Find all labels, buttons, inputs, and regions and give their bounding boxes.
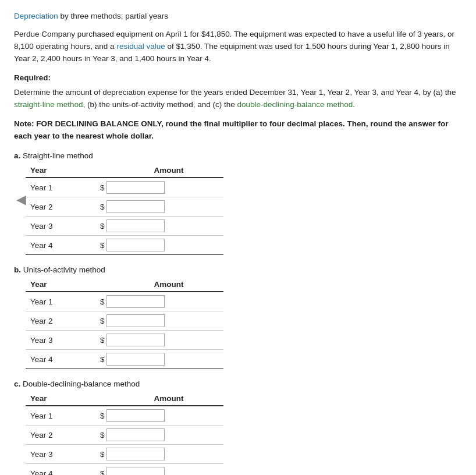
table-row: Year 3 $ — [26, 331, 223, 350]
section-a-year2-input[interactable] — [106, 200, 165, 213]
table-row: Year 2 $ — [26, 311, 223, 331]
slm-link[interactable]: straight-line method — [14, 100, 83, 109]
table-row: Year 1 $ — [26, 292, 223, 311]
table-row: Year 3 $ — [26, 217, 223, 236]
section-c-letter: c. — [14, 380, 20, 388]
determine-text2: , (b) the units-of-activity method, and … — [83, 100, 237, 109]
section-a-col-year: Year — [26, 164, 95, 178]
section-a-year2-amount-cell: $ — [95, 197, 223, 217]
determine-text3: . — [353, 100, 355, 109]
section-a-year3-input[interactable] — [106, 219, 165, 232]
table-row: Year 2 $ — [26, 197, 223, 217]
dollar-sign-a4: $ — [100, 241, 105, 250]
dollar-sign-c4: $ — [100, 469, 105, 475]
section-b-year4-label: Year 4 — [26, 350, 95, 369]
description: Perdue Company purchased equipment on Ap… — [14, 29, 462, 65]
section-a-letter: a. — [14, 151, 20, 160]
section-b-year2-input[interactable] — [106, 314, 165, 327]
table-row: Year 4 $ — [26, 350, 223, 369]
dollar-sign-c3: $ — [100, 450, 105, 459]
section-b-col-amount: Amount — [95, 278, 223, 292]
section-b-year3-amount-cell: $ — [95, 331, 223, 350]
section-a-year2-label: Year 2 — [26, 197, 95, 217]
determine-text: Determine the amount of depreciation exp… — [14, 87, 462, 111]
section-c-year1-amount-cell: $ — [95, 406, 223, 426]
nav-arrow-left[interactable]: ◀ — [16, 192, 26, 207]
section-b-year4-amount-cell: $ — [95, 350, 223, 369]
section-c-table: Year Amount Year 1 $ Year 2 $ — [26, 392, 223, 475]
table-row: Year 4 $ — [26, 236, 223, 255]
table-row: Year 1 $ — [26, 406, 223, 426]
table-row: Year 4 $ — [26, 464, 223, 475]
dollar-sign-c2: $ — [100, 431, 105, 439]
section-a-year3-amount-cell: $ — [95, 217, 223, 236]
dollar-sign-a3: $ — [100, 222, 105, 231]
section-a-year3-label: Year 3 — [26, 217, 95, 236]
section-c-year1-label: Year 1 — [26, 406, 95, 426]
section-b-year4-input[interactable] — [106, 353, 165, 366]
table-row: Year 3 $ — [26, 445, 223, 464]
section-c-label: c. Double-declining-balance method — [14, 380, 462, 388]
dollar-sign-a2: $ — [100, 203, 105, 211]
note-text: Note: FOR DECLINING BALANCE ONLY, round … — [14, 118, 462, 143]
section-a-label: a. Straight-line method — [14, 151, 462, 160]
section-b-year1-input[interactable] — [106, 295, 165, 308]
section-c-year2-amount-cell: $ — [95, 426, 223, 445]
depreciation-link[interactable]: Depreciation — [14, 12, 58, 20]
section-a-year4-input[interactable] — [106, 239, 165, 251]
section-b-method-text: Units-of-activity method — [23, 265, 105, 274]
section-a-year4-label: Year 4 — [26, 236, 95, 255]
section-c-year4-label: Year 4 — [26, 464, 95, 475]
section-b-year3-label: Year 3 — [26, 331, 95, 350]
section-c-year1-input[interactable] — [106, 409, 165, 422]
title-rest: by three methods; partial years — [58, 12, 168, 20]
section-a-year1-input[interactable] — [106, 181, 165, 194]
section-a-year1-label: Year 1 — [26, 178, 95, 197]
section-b-year3-input[interactable] — [106, 334, 165, 346]
section-c-year2-input[interactable] — [106, 428, 165, 441]
dollar-sign-b1: $ — [100, 297, 105, 306]
section-c-year4-input[interactable] — [106, 467, 165, 475]
section-b-year1-label: Year 1 — [26, 292, 95, 311]
determine-text1: Determine the amount of depreciation exp… — [14, 88, 456, 97]
section-a-col-amount: Amount — [95, 164, 223, 178]
section-c-col-year: Year — [26, 392, 95, 406]
ddb-link[interactable]: double-declining-balance method — [237, 100, 353, 109]
dollar-sign-b2: $ — [100, 317, 105, 325]
section-c-year3-label: Year 3 — [26, 445, 95, 464]
section-a-method-text: Straight-line method — [23, 151, 93, 160]
section-b-year2-label: Year 2 — [26, 311, 95, 331]
section-a-table: Year Amount Year 1 $ Year 2 $ — [26, 164, 223, 255]
section-b-letter: b. — [14, 265, 21, 274]
section-b-table: Year Amount Year 1 $ Year 2 $ — [26, 278, 223, 369]
dollar-sign-b4: $ — [100, 355, 105, 364]
table-row: Year 2 $ — [26, 426, 223, 445]
residual-value-link[interactable]: residual value — [116, 42, 165, 51]
dollar-sign-a1: $ — [100, 183, 105, 192]
required-label: Required: — [14, 73, 462, 82]
section-c-year3-input[interactable] — [106, 448, 165, 460]
section-b-year2-amount-cell: $ — [95, 311, 223, 331]
section-c-col-amount: Amount — [95, 392, 223, 406]
title-line: Depreciation by three methods; partial y… — [14, 12, 462, 20]
table-row: Year 1 $ — [26, 178, 223, 197]
section-a-year1-amount-cell: $ — [95, 178, 223, 197]
section-b-year1-amount-cell: $ — [95, 292, 223, 311]
section-c-method-text: Double-declining-balance method — [23, 380, 140, 388]
dollar-sign-c1: $ — [100, 412, 105, 420]
section-a-year4-amount-cell: $ — [95, 236, 223, 255]
section-c-year2-label: Year 2 — [26, 426, 95, 445]
dollar-sign-b3: $ — [100, 336, 105, 345]
section-b-col-year: Year — [26, 278, 95, 292]
section-c-year3-amount-cell: $ — [95, 445, 223, 464]
section-c-year4-amount-cell: $ — [95, 464, 223, 475]
section-b-label: b. Units-of-activity method — [14, 265, 462, 274]
